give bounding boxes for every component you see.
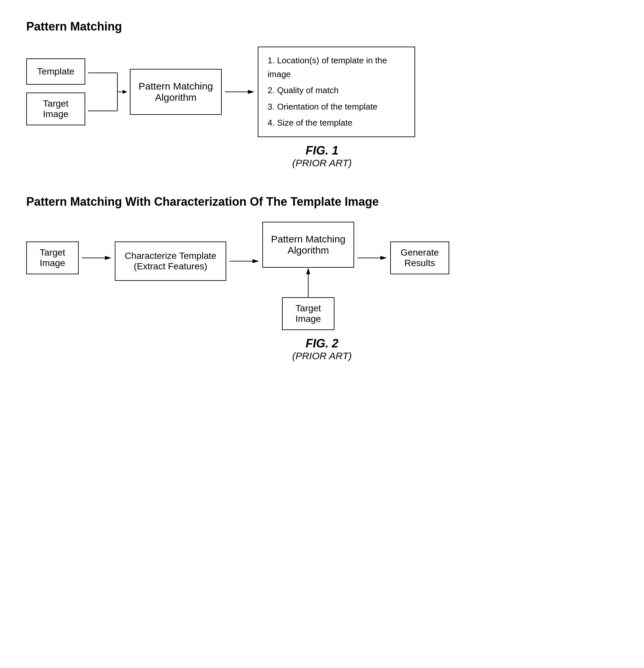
fig2-diagram: Target Image Characterize Template (Extr…	[26, 222, 618, 330]
fig1-diagram: Template Target Image Pattern Matching A…	[26, 47, 618, 137]
fig1-connector	[88, 60, 127, 124]
fig2-title: Pattern Matching With Characterization O…	[26, 195, 618, 209]
fig2-number: FIG. 2	[26, 337, 618, 350]
fig2-arrow1	[82, 255, 111, 261]
fig2-algorithm-box: Pattern Matching Algorithm	[262, 222, 354, 268]
svg-marker-10	[252, 259, 259, 263]
fig2-section: Pattern Matching With Characterization O…	[26, 195, 618, 362]
fig2-characterize-box: Characterize Template (Extract Features)	[115, 242, 226, 281]
fig1-arrow-out	[225, 89, 254, 95]
fig1-outputs-list: 1. Location(s) of template in the image …	[268, 54, 405, 130]
fig2-arrow3	[357, 255, 387, 261]
fig1-output-2: 2. Quality of match	[268, 84, 405, 97]
svg-marker-6	[248, 90, 254, 94]
fig1-caption: FIG. 1 (PRIOR ART)	[26, 144, 618, 169]
fig1-output-1: 1. Location(s) of template in the image	[268, 54, 405, 81]
fig2-arrow3-area: Generate Results	[354, 242, 449, 274]
fig1-title: Pattern Matching	[26, 20, 618, 33]
fig2-caption: FIG. 2 (PRIOR ART)	[26, 337, 618, 362]
fig1-section: Pattern Matching Template Target Image	[26, 20, 618, 169]
fig1-output-3: 3. Orientation of the template	[268, 100, 405, 114]
fig2-target-below-box: Target Image	[282, 297, 334, 330]
fig2-prior-art: (PRIOR ART)	[26, 350, 618, 362]
svg-marker-4	[123, 90, 127, 94]
fig1-prior-art: (PRIOR ART)	[26, 157, 618, 169]
fig1-template-box: Template	[26, 58, 85, 85]
fig2-target-box: Target Image	[26, 242, 79, 274]
fig2-input-area: Target Image	[26, 242, 115, 274]
fig1-inputs: Template Target Image	[26, 58, 85, 125]
svg-marker-12	[306, 268, 310, 274]
fig2-characterize-area: Characterize Template (Extract Features)	[115, 242, 262, 281]
fig1-target-box: Target Image	[26, 92, 85, 125]
fig1-algorithm-box: Pattern Matching Algorithm	[130, 69, 222, 115]
fig2-arrow2	[230, 258, 259, 264]
fig2-algorithm-area: Pattern Matching Algorithm Target Image	[262, 222, 354, 330]
fig1-output-box: 1. Location(s) of template in the image …	[258, 47, 415, 137]
fig1-output-4: 4. Size of the template	[268, 116, 405, 130]
fig1-number: FIG. 1	[26, 144, 618, 157]
fig2-results-box: Generate Results	[390, 242, 449, 274]
fig2-below-arrow: Target Image	[282, 268, 334, 330]
svg-marker-14	[380, 256, 387, 260]
svg-marker-8	[105, 256, 111, 260]
